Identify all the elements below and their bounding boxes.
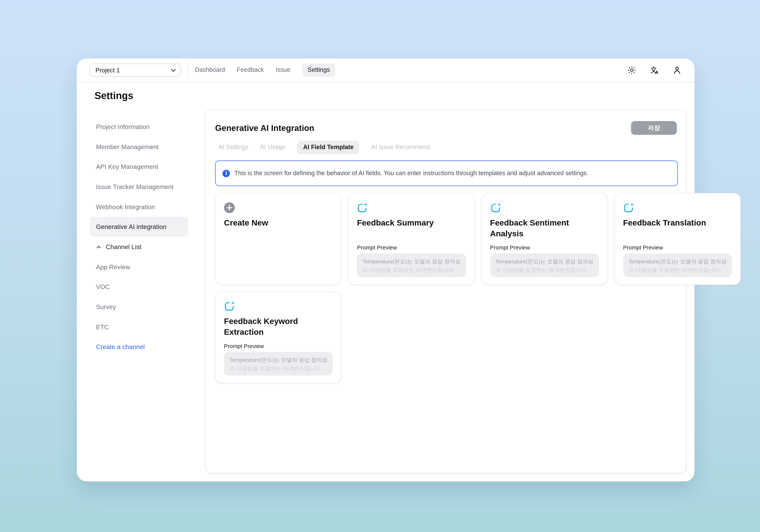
ai-template-icon [490,202,502,214]
prompt-preview-box: Temperature(온도)는 모델의 응답 창의성 과 다양성을 조정하는 … [490,254,599,277]
chevron-down-icon [171,69,176,72]
sidebar-section-channel-list[interactable]: Channel List [90,237,188,257]
tab-ai-field-template[interactable]: AI Field Template [297,141,359,154]
tab-ai-issue-recommend[interactable]: AI Issue Recommend [371,141,430,154]
ai-template-icon [623,202,635,214]
card-title: Create New [224,218,333,228]
nav-item-feedback[interactable]: Feedback [237,64,264,77]
chevron-up-icon [96,245,101,249]
prompt-preview-label: Prompt Preview [623,245,732,251]
nav-item-dashboard[interactable]: Dashboard [195,64,225,77]
panel-tabs: AI Settings AI Usage AI Field Template A… [218,141,430,154]
feedback-translation-card[interactable]: Feedback Translation Prompt Preview Temp… [614,193,741,285]
info-icon: i [222,169,230,177]
prompt-preview-section: Prompt Preview Temperature(온도)는 모델의 응답 창… [357,245,466,277]
feedback-sentiment-analysis-card[interactable]: Feedback Sentiment Analysis Prompt Previ… [481,193,608,285]
card-title: Feedback Keyword Extraction [224,316,333,337]
sidebar-item-issue-tracker-management[interactable]: Issue Tracker Management [90,177,188,197]
sun-icon[interactable] [627,65,637,75]
info-banner-text: This is the screen for defining the beha… [234,170,588,177]
prompt-preview-text: Temperature(온도)는 모델의 응답 창의성 [496,258,594,266]
prompt-preview-label: Prompt Preview [490,245,599,251]
prompt-preview-text: 과 다양성을 조정하는 매개변수입니다. [229,364,327,372]
prompt-preview-section: Prompt Preview Temperature(온도)는 모델의 응답 창… [490,245,599,277]
prompt-preview-text: 과 다양성을 조정하는 매개변수입니다. [496,266,594,274]
ai-template-icon [224,300,236,312]
prompt-preview-label: Prompt Preview [224,343,333,349]
prompt-preview-text: Temperature(온도)는 모델의 응답 창의성 [229,356,327,364]
sidebar-item-member-management[interactable]: Member Management [90,137,188,157]
channel-list-label: Channel List [106,243,141,251]
settings-sidebar: Project Information Member Management AP… [90,117,188,357]
main-nav: Dashboard Feedback Issue Settings [195,64,335,77]
template-card-grid: Create New [215,193,678,384]
prompt-preview-box: Temperature(온도)는 모델의 응답 창의성 과 다양성을 조정하는 … [623,254,732,277]
prompt-preview-box: Temperature(온도)는 모델의 응답 창의성 과 다양성을 조정하는 … [357,254,466,277]
user-icon[interactable] [672,65,682,75]
feedback-keyword-extraction-card[interactable]: Feedback Keyword Extraction Prompt Previ… [215,291,342,383]
tab-ai-usage[interactable]: AI Usage [260,141,285,154]
translate-icon[interactable] [649,65,659,75]
sidebar-item-generative-ai-integration[interactable]: Generative AI integration [90,217,188,237]
sidebar-item-app-review[interactable]: App Review [90,257,188,277]
prompt-preview-text: Temperature(온도)는 모델의 응답 창의성 [629,258,727,266]
top-navigation-bar: Project 1 Dashboard Feedback Issue Setti… [77,59,694,82]
card-title: Feedback Sentiment Analysis [490,218,599,239]
topbar-separator [188,62,188,78]
save-button[interactable]: 저장 [631,121,677,135]
topbar-divider [77,82,694,82]
prompt-preview-label: Prompt Preview [357,245,466,251]
info-banner: i This is the screen for defining the be… [215,161,678,186]
sidebar-item-webhook-integration[interactable]: Webhook Integration [90,197,188,217]
project-selector-dropdown[interactable]: Project 1 [90,64,181,77]
app-window: Project 1 Dashboard Feedback Issue Setti… [77,59,694,481]
sidebar-item-voc[interactable]: VOC [90,277,188,297]
generative-ai-panel: Generative AI Integration 저장 AI Settings… [205,109,687,473]
nav-item-settings[interactable]: Settings [302,64,335,77]
ai-template-icon [357,202,369,214]
tab-ai-settings[interactable]: AI Settings [218,141,248,154]
create-a-channel-link[interactable]: Create a channel [90,337,188,357]
prompt-preview-section: Prompt Preview Temperature(온도)는 모델의 응답 창… [224,343,333,376]
prompt-preview-box: Temperature(온도)는 모델의 응답 창의성 과 다양성을 조정하는 … [224,352,333,375]
sidebar-item-api-key-management[interactable]: API Key Management [90,157,188,177]
create-new-card[interactable]: Create New [215,193,342,285]
feedback-summary-card[interactable]: Feedback Summary Prompt Preview Temperat… [348,193,475,285]
card-title: Feedback Summary [357,218,466,228]
sidebar-item-survey[interactable]: Survey [90,297,188,317]
prompt-preview-section: Prompt Preview Temperature(온도)는 모델의 응답 창… [623,245,732,277]
topbar-actions [627,65,682,75]
panel-title: Generative AI Integration [215,123,314,133]
desktop-background: Project 1 Dashboard Feedback Issue Setti… [0,0,760,532]
prompt-preview-text: Temperature(온도)는 모델의 응답 창의성 [362,258,460,266]
plus-icon [224,202,235,213]
sidebar-item-project-information[interactable]: Project Information [90,117,188,137]
nav-item-issue[interactable]: Issue [276,64,290,77]
prompt-preview-text: 과 다양성을 조정하는 매개변수입니다. [629,266,727,274]
project-selector-value: Project 1 [96,67,120,73]
card-title: Feedback Translation [623,218,732,228]
page-title: Settings [94,90,133,101]
prompt-preview-text: 과 다양성을 조정하는 매개변수입니다. [362,266,460,274]
sidebar-item-etc[interactable]: ETC [90,317,188,337]
